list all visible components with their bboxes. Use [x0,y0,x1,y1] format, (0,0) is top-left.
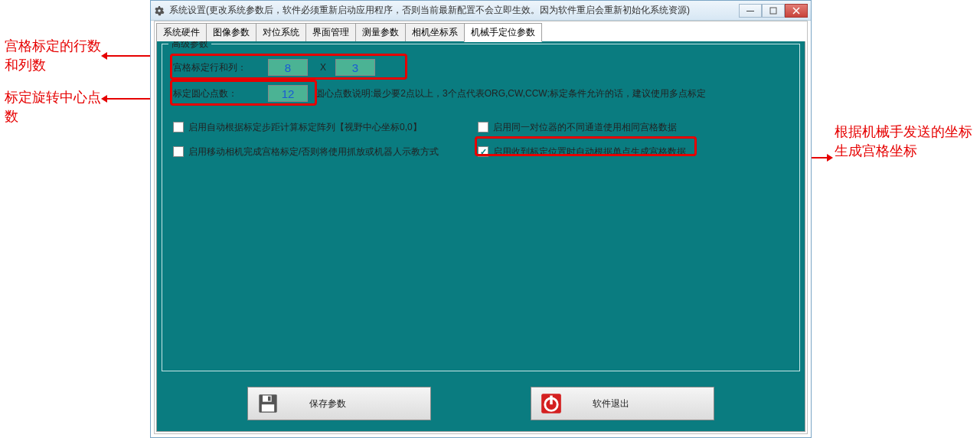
chk-autogen-grid[interactable] [478,146,488,157]
button-bar: 保存参数 软件退出 [157,387,805,420]
chk-auto-step[interactable] [173,122,184,132]
row-grid: 宫格标定行和列： 8 X 3 [173,58,378,77]
arrow-icon [107,98,153,100]
window-controls: — [739,4,808,18]
chk-same-grid-label: 启用同一对位器的不同通道使用相同宫格数据 [493,121,677,134]
svg-rect-3 [268,397,271,401]
titlebar: 系统设置(更改系统参数后，软件必须重新启动应用程序，否则当前最新配置不会立即生效… [151,1,811,21]
center-points-input[interactable]: 12 [268,85,308,102]
client-area: 系统硬件 图像参数 对位系统 界面管理 测量参数 相机坐标系 机械手定位参数 高… [154,21,808,434]
chk-move-camera[interactable] [173,146,184,157]
grid-x-label: X [320,62,326,73]
exit-button[interactable]: 软件退出 [531,387,714,420]
row-chk3: 启用同一对位器的不同通道使用相同宫格数据 [478,118,677,136]
exit-button-label: 软件退出 [593,397,629,410]
svg-rect-4 [262,404,274,411]
tabstrip: 系统硬件 图像参数 对位系统 界面管理 测量参数 相机坐标系 机械手定位参数 [155,21,807,41]
chk-move-camera-label: 启用移动相机完成宫格标定/否则将使用抓放或机器人示教方式 [188,145,439,159]
save-button[interactable]: 保存参数 [247,387,431,420]
center-label: 标定圆心点数： [173,87,265,100]
window-title: 系统设置(更改系统参数后，软件必须重新启动应用程序，否则当前最新配置不会立即生效… [169,4,739,17]
row-chk1: 启用自动根据标定步距计算标定阵列【视野中心坐标0,0】 [173,118,422,136]
tab-robot-calib[interactable]: 机械手定位参数 [464,23,542,42]
tab-panel: 高级参数 宫格标定行和列： 8 X 3 标定圆心点数： 12 圆心点数说明:最少… [156,38,805,432]
tab-system-hardware[interactable]: 系统硬件 [156,23,207,41]
minimize-button[interactable]: — [739,4,762,18]
arrow-icon [107,55,153,57]
advanced-params-group: 高级参数 宫格标定行和列： 8 X 3 标定圆心点数： 12 圆心点数说明:最少… [162,44,800,371]
row-chk2: 启用移动相机完成宫格标定/否则将使用抓放或机器人示教方式 [173,142,439,161]
chk-auto-step-label: 启用自动根据标定步距计算标定阵列【视野中心坐标0,0】 [188,121,422,134]
maximize-button[interactable] [762,4,785,18]
center-note: 圆心点数说明:最少要2点以上，3个点代表ORG,CW,CCW;标定条件允许的话，… [315,87,706,100]
power-icon [541,393,562,414]
annotation-center: 标定旋转中心点数 [5,88,104,126]
chk-same-grid[interactable] [478,122,488,132]
save-icon [257,393,279,414]
tab-camera-coords[interactable]: 相机坐标系 [405,23,465,41]
gear-icon [154,5,165,16]
annotation-autogen: 根据机械手发送的坐标生成宫格坐标 [835,123,972,161]
grid-cols-input[interactable]: 3 [335,59,375,76]
settings-window: 系统设置(更改系统参数后，软件必须重新启动应用程序，否则当前最新配置不会立即生效… [150,0,812,438]
tab-alignment[interactable]: 对位系统 [256,23,306,41]
close-button[interactable] [785,4,808,18]
annotation-grid: 宫格标定的行数和列数 [5,37,104,75]
tab-ui-mgmt[interactable]: 界面管理 [305,23,356,41]
row-center: 标定圆心点数： 12 圆心点数说明:最少要2点以上，3个点代表ORG,CW,CC… [173,84,706,103]
row-chk4: 启用收到标定位置时自动根据单点生成宫格数据 [478,142,686,161]
save-button-label: 保存参数 [309,397,346,410]
tab-measure[interactable]: 测量参数 [355,23,406,41]
tab-image-params[interactable]: 图像参数 [206,23,256,41]
svg-rect-0 [770,8,776,14]
grid-label: 宫格标定行和列： [173,61,265,74]
grid-rows-input[interactable]: 8 [268,59,308,76]
svg-rect-7 [550,396,553,405]
chk-autogen-grid-label: 启用收到标定位置时自动根据单点生成宫格数据 [493,145,686,159]
